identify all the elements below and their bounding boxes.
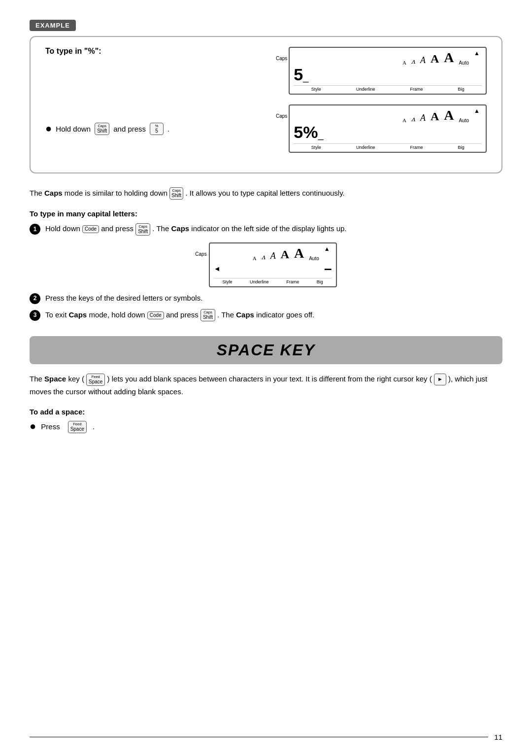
add-space-bullet-dot: ●: [30, 421, 36, 432]
lcd3-outer: Caps A ʌ A A A Auto ▲ ◄ – Style Underlin…: [195, 242, 336, 287]
example-box: To type in "%": Caps A ʌ A A A Auto ▲: [30, 36, 502, 173]
lcd1-display: A ʌ A A A Auto ▲ 5_ Style Underline: [289, 47, 487, 95]
lcd3-a2: ʌ: [262, 253, 266, 261]
hold-down-text: Hold down: [56, 125, 91, 133]
lcd1-frame: Frame: [410, 87, 423, 92]
lcd1-underline: Underline: [356, 87, 375, 92]
shift-key: Caps Shift: [95, 123, 109, 135]
add-space-key-top: Feed: [73, 422, 81, 426]
step1-shift-key: Caps Shift: [135, 223, 150, 236]
example-left-bottom: ● Hold down Caps Shift and press % 5 .: [45, 123, 256, 135]
and-press-text: and press: [113, 125, 146, 133]
lcd3-arrow: ▲: [324, 245, 330, 252]
shift-key-top: Caps: [98, 124, 106, 128]
add-space-press: Press: [41, 421, 60, 433]
capital-letters-heading: To type in many capital letters:: [30, 209, 502, 218]
lcd2-a3: A: [420, 113, 426, 123]
step1-item: 1 Hold down Code and press Caps Shift . …: [30, 223, 502, 236]
step3-item: 3 To exit Caps mode, hold down Code and …: [30, 309, 502, 322]
bullet-dot: ●: [45, 123, 52, 134]
lcd2-a5: A: [444, 107, 454, 123]
lcd1-bottom-bar: Style Underline Frame Big: [294, 85, 482, 92]
lcd2-auto: Auto: [459, 118, 469, 123]
lcd3-indicator: ◄: [214, 265, 221, 273]
lcd2-bottom-bar: Style Underline Frame Big: [294, 143, 482, 150]
caps-inline-key: Caps Shift: [169, 187, 183, 200]
step2-item: 2 Press the keys of the desired letters …: [30, 292, 502, 304]
lcd1-a2: ʌ: [411, 57, 415, 66]
step1-hold-text: Hold down: [45, 224, 82, 233]
lcd2-style: Style: [311, 145, 321, 150]
lcd3-caps-side: Caps: [195, 251, 206, 257]
lcd3-display: A ʌ A A A Auto ▲ ◄ – Style Underline Fra…: [209, 242, 337, 287]
step1-code-key-bot: Code: [85, 226, 97, 232]
step2-num: 2: [30, 293, 40, 304]
lcd2-caps-label: Caps: [276, 113, 287, 119]
lcd1-style: Style: [311, 87, 321, 92]
step1-text-after: . The Caps indicator on the left side of…: [152, 224, 346, 233]
lcd3-big: Big: [317, 279, 323, 284]
lcd3-a5: A: [294, 245, 304, 261]
lcd3-cursor: –: [324, 261, 332, 276]
lcd2-a2: ʌ: [411, 115, 415, 123]
bullet-line: ● Hold down Caps Shift and press % 5 .: [45, 123, 256, 135]
period-after: .: [167, 125, 169, 133]
lcd1-big: Big: [458, 87, 464, 92]
lcd2-arrow: ▲: [474, 107, 480, 114]
caps-key-top-inline: Caps: [172, 188, 181, 193]
lcd1-a4: A: [431, 52, 439, 66]
space-key-inline: Feed Space: [86, 374, 105, 386]
add-space-key-bot: Space: [70, 426, 84, 432]
step3-shift-key: Caps Shift: [200, 309, 215, 321]
step3-content: To exit Caps mode, hold down Code and pr…: [45, 309, 314, 322]
lcd2-frame: Frame: [410, 145, 423, 150]
step1-num: 1: [30, 224, 40, 235]
space-para: The Space key ( Feed Space ) lets you ad…: [30, 373, 502, 398]
lcd1-a3: A: [420, 55, 426, 66]
page-number: 11: [488, 733, 502, 741]
lcd1-arrow: ▲: [474, 50, 480, 57]
step2-content: Press the keys of the desired letters or…: [45, 292, 202, 304]
lcd3-bottom-bar: Style Underline Frame Big: [214, 278, 332, 284]
space-key-top: Feed: [92, 375, 100, 379]
shift-key-bot: Shift: [97, 128, 107, 134]
footer-line: [30, 737, 488, 738]
step1-code-key: Code: [82, 225, 99, 233]
lcd3-a3: A: [270, 251, 276, 261]
lcd2-big-text: 5%_: [294, 123, 323, 141]
lcd3-a4: A: [281, 248, 289, 261]
lcd2-a4: A: [431, 110, 439, 123]
example-left-top: To type in "%":: [45, 47, 256, 63]
lcd3-a1: A: [253, 255, 257, 261]
step3-text-end: . The Caps indicator goes off.: [217, 310, 314, 319]
lcd3-wrap: Caps A ʌ A A A Auto ▲ ◄ – Style Underlin…: [30, 242, 502, 287]
step1-shift-bot: Shift: [138, 229, 148, 235]
space-key-title: SPACE KEY: [217, 341, 316, 359]
lcd2-big: Big: [458, 145, 464, 150]
step3-code-key: Code: [147, 311, 164, 319]
step3-and-press: and press: [166, 310, 200, 319]
caps-key-bot-inline: Shift: [171, 193, 181, 199]
step3-code-bot: Code: [150, 312, 162, 318]
lcd1-a1: A: [402, 60, 406, 66]
lcd2-underline: Underline: [356, 145, 375, 150]
example-lcd1: Caps A ʌ A A A Auto ▲ 5_ Sty: [276, 47, 487, 95]
cursor-key: ►: [434, 374, 446, 385]
lcd3-underline: Underline: [250, 279, 269, 284]
lcd2-a1: A: [402, 117, 406, 123]
step3-shift-top: Caps: [203, 310, 212, 314]
lcd2-display: A ʌ A A A Auto ▲ 5%_ Style Underline: [289, 104, 487, 152]
add-space-key: Feed Space: [68, 421, 87, 433]
step3-to-exit: To exit Caps mode, hold down: [45, 310, 147, 319]
lcd1-auto: Auto: [459, 60, 469, 66]
step1-shift-top: Caps: [138, 224, 147, 229]
step3-num: 3: [30, 310, 40, 321]
add-space-item: ● Press Feed Space .: [30, 421, 502, 433]
space-key-bot: Space: [89, 379, 102, 385]
percent-key: % 5: [150, 123, 164, 135]
percent-key-top: %: [155, 124, 159, 128]
example-badge: EXAMPLE: [30, 20, 76, 31]
lcd3-frame: Frame: [286, 279, 299, 284]
percent-key-bot: 5: [155, 128, 158, 134]
step1-content: Hold down Code and press Caps Shift . Th…: [45, 223, 347, 236]
